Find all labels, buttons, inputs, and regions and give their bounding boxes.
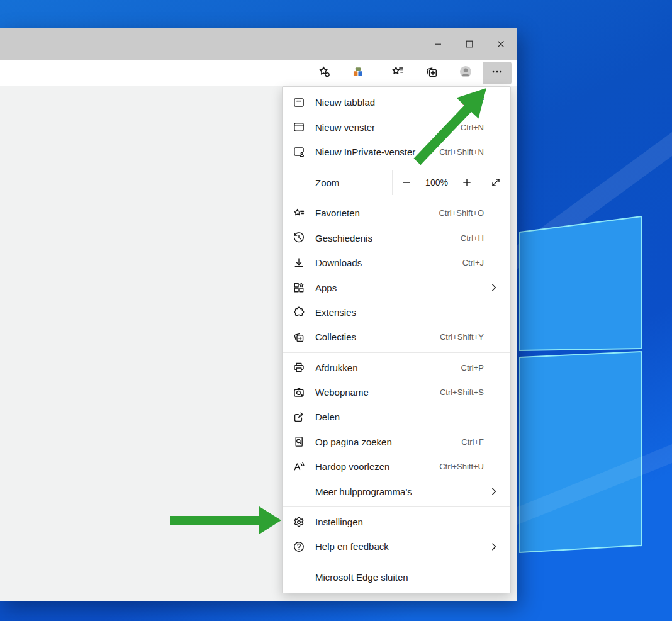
collections-button[interactable] xyxy=(415,62,449,84)
menu-item-shortcut: Ctrl+Shift+O xyxy=(439,208,504,218)
menu-item-history[interactable]: GeschiedenisCtrl+H xyxy=(283,226,510,250)
menu-item-collections[interactable]: CollectiesCtrl+Shift+Y xyxy=(283,325,510,349)
menu-item-find-on-page[interactable]: Op pagina zoekenCtrl+F xyxy=(283,430,510,454)
menu-item-new-inprivate-window[interactable]: Nieuw InPrivate-vensterCtrl+Shift+N xyxy=(283,140,510,164)
profile-button[interactable] xyxy=(449,62,483,84)
menu-item-shortcut: Ctrl+T xyxy=(461,98,504,107)
address-bar[interactable] xyxy=(0,60,307,86)
chevron-right-icon xyxy=(489,486,499,496)
more-options-icon xyxy=(490,65,504,81)
menu-item-zoom: Zoom100% xyxy=(283,170,510,195)
browser-extension-icon xyxy=(351,65,365,81)
menu-item-label: Nieuw tabblad xyxy=(315,97,375,108)
-icon xyxy=(293,485,305,498)
chevron-right-icon xyxy=(489,542,499,552)
menu-item-label: Delen xyxy=(315,411,340,422)
menu-item-label: Nieuw venster xyxy=(315,122,375,133)
zoom-label: Zoom xyxy=(315,177,339,188)
menu-item-shortcut: Ctrl+Shift+S xyxy=(440,388,504,397)
menu-separator xyxy=(283,506,510,507)
find-on-page-icon xyxy=(293,435,305,448)
menu-item-shortcut: Ctrl+N xyxy=(461,123,504,132)
extensions-icon xyxy=(293,306,305,318)
menu-separator xyxy=(283,352,510,353)
menu-item-shortcut: Ctrl+H xyxy=(461,233,504,243)
profile-icon xyxy=(459,65,473,81)
menu-item-label: Apps xyxy=(315,283,337,293)
favorites-icon xyxy=(293,207,305,220)
favorites-icon xyxy=(391,65,405,81)
zoom-out-button[interactable] xyxy=(393,170,420,195)
favorites-button[interactable] xyxy=(381,62,415,84)
settings-icon xyxy=(293,516,305,529)
menu-item-label: Help en feedback xyxy=(315,541,389,552)
menu-separator xyxy=(283,562,510,562)
menu-item-extensions[interactable]: Extensies xyxy=(283,300,510,325)
chevron-right-icon xyxy=(489,283,499,293)
menu-item-label: Nieuw InPrivate-venster xyxy=(315,147,415,157)
more-options-menu: Nieuw tabbladCtrl+TNieuw vensterCtrl+NNi… xyxy=(282,86,511,593)
add-favorite-icon xyxy=(317,65,331,81)
menu-item-label: Geschiedenis xyxy=(315,233,372,243)
history-icon xyxy=(293,232,305,244)
maximize-button[interactable] xyxy=(454,28,485,60)
menu-item-label: Hardop voorlezen xyxy=(315,461,389,472)
menu-item-shortcut: Ctrl+J xyxy=(462,258,504,267)
web-capture-icon xyxy=(293,386,305,399)
toolbar-separator xyxy=(378,65,378,81)
menu-item-apps[interactable]: Apps xyxy=(283,275,510,299)
menu-item-new-window[interactable]: Nieuw vensterCtrl+N xyxy=(283,115,510,139)
menu-item-shortcut: Ctrl+Shift+Y xyxy=(440,332,504,342)
windows-logo-pane-bottom xyxy=(520,352,642,552)
menu-item-label: Favorieten xyxy=(315,208,360,218)
downloads-icon xyxy=(293,257,305,269)
browser-extension-button[interactable] xyxy=(341,62,375,84)
windows-logo-pane-top xyxy=(520,216,642,350)
fullscreen-button[interactable] xyxy=(481,170,510,195)
print-icon xyxy=(293,361,305,374)
zoom-in-button[interactable] xyxy=(453,170,481,195)
menu-item-label: Op pagina zoeken xyxy=(315,437,392,447)
close-button[interactable] xyxy=(485,28,517,60)
menu-item-shortcut: Ctrl+F xyxy=(461,437,504,447)
menu-item-help-feedback[interactable]: Help en feedback xyxy=(283,534,510,559)
menu-separator xyxy=(283,198,510,198)
menu-item-shortcut: Ctrl+P xyxy=(461,363,504,372)
browser-toolbar xyxy=(0,60,517,86)
titlebar xyxy=(0,28,517,60)
menu-item-label: Downloads xyxy=(315,257,362,268)
new-window-icon xyxy=(293,121,305,133)
menu-item-share[interactable]: Delen xyxy=(283,405,510,429)
new-tab-icon xyxy=(293,96,305,109)
menu-item-close-edge[interactable]: Microsoft Edge sluiten xyxy=(283,565,510,590)
minimize-button[interactable] xyxy=(422,28,454,60)
menu-item-label: Afdrukken xyxy=(315,362,358,373)
menu-item-new-tab[interactable]: Nieuw tabbladCtrl+T xyxy=(283,90,510,115)
menu-item-read-aloud[interactable]: Hardop voorlezenCtrl+Shift+U xyxy=(283,454,510,479)
browser-window: Nieuw tabbladCtrl+TNieuw vensterCtrl+NNi… xyxy=(0,28,517,601)
menu-item-print[interactable]: AfdrukkenCtrl+P xyxy=(283,355,510,380)
help-icon xyxy=(293,540,305,553)
more-options-button[interactable] xyxy=(483,62,512,84)
menu-item-label: Meer hulpprogramma's xyxy=(315,486,412,497)
menu-item-favorites[interactable]: FavorietenCtrl+Shift+O xyxy=(283,201,510,225)
menu-item-label: Microsoft Edge sluiten xyxy=(315,572,408,583)
toolbar-button-cluster xyxy=(307,62,517,84)
apps-icon xyxy=(293,281,305,294)
read-aloud-icon xyxy=(293,461,305,473)
menu-item-more-tools[interactable]: Meer hulpprogramma's xyxy=(283,479,510,503)
menu-item-label: Instellingen xyxy=(315,517,363,527)
add-favorite-button[interactable] xyxy=(307,62,341,84)
menu-item-downloads[interactable]: DownloadsCtrl+J xyxy=(283,250,510,275)
menu-item-label: Collecties xyxy=(315,332,356,342)
menu-item-shortcut: Ctrl+Shift+U xyxy=(439,462,504,471)
collections-icon xyxy=(425,65,439,81)
menu-item-settings[interactable]: Instellingen xyxy=(283,510,510,534)
collections-icon xyxy=(293,331,305,344)
menu-item-web-capture[interactable]: WebopnameCtrl+Shift+S xyxy=(283,380,510,405)
zoom-level-value: 100% xyxy=(420,177,453,187)
menu-item-label: Webopname xyxy=(315,387,369,398)
menu-separator xyxy=(283,167,510,167)
menu-item-shortcut: Ctrl+Shift+N xyxy=(439,147,504,157)
-icon xyxy=(293,571,305,583)
